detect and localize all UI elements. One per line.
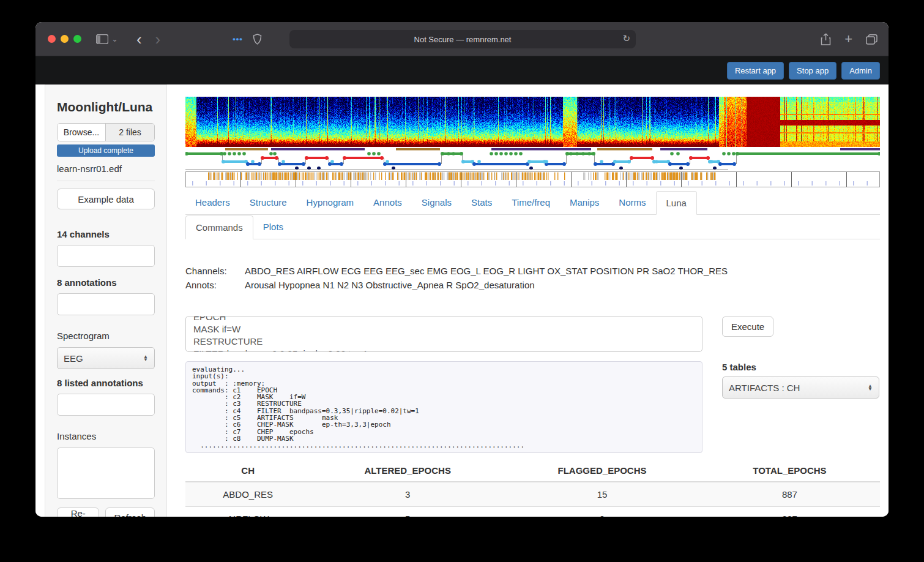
file-count-label: 2 files <box>106 124 154 141</box>
cell-altered: 3 <box>310 482 505 507</box>
console-output-box: evaluating... input(s): output : :memory… <box>185 361 702 453</box>
cell-flagged: 15 <box>505 482 699 507</box>
channels-filter-input[interactable] <box>57 245 155 267</box>
table-row: ABDO_RES 3 15 887 <box>185 482 880 507</box>
browser-toolbar: ⌄ ‹ › ••• Not Secure — remnrem.net ↻ + <box>35 22 889 56</box>
zoom-window-icon[interactable] <box>73 35 81 43</box>
app-header: Restart app Stop app Admin <box>35 56 889 84</box>
re-epoch-button[interactable]: Re-epoch <box>57 508 99 517</box>
admin-button[interactable]: Admin <box>841 62 880 80</box>
browse-button[interactable]: Browse... <box>58 124 106 141</box>
cell-ch: AIRFLOW <box>185 507 310 517</box>
cell-flagged: 0 <box>505 507 699 517</box>
console-output-text: evaluating... input(s): output : :memory… <box>192 366 696 449</box>
spectrogram-canvas[interactable] <box>185 97 880 147</box>
annotations-count-label: 8 annotations <box>57 277 155 288</box>
tab-headers[interactable]: Headers <box>185 191 240 214</box>
example-data-button[interactable]: Example data <box>57 189 155 209</box>
spectrogram-label: Spectrogram <box>57 331 155 341</box>
toolbar-right-icons: + <box>821 22 877 56</box>
listed-annotations-input[interactable] <box>57 394 155 416</box>
share-icon[interactable] <box>821 33 831 45</box>
cell-ch: ABDO_RES <box>185 482 310 507</box>
url-text: Not Secure — remnrem.net <box>414 35 512 44</box>
channels-row-value: ABDO_RES AIRFLOW ECG EEG EEG_sec EMG EOG… <box>245 266 728 276</box>
instances-textarea[interactable] <box>57 448 155 499</box>
tab-luna[interactable]: Luna <box>656 191 697 215</box>
cell-altered: 5 <box>310 507 505 517</box>
execute-button[interactable]: Execute <box>722 317 773 337</box>
reload-icon[interactable]: ↻ <box>622 33 630 44</box>
close-window-icon[interactable] <box>48 35 56 43</box>
spectrogram-select[interactable]: EEG ▲▼ <box>57 347 155 369</box>
chevron-down-icon[interactable]: ⌄ <box>111 34 118 43</box>
col-header-ch: CH <box>185 460 310 482</box>
browser-window: ⌄ ‹ › ••• Not Secure — remnrem.net ↻ + R… <box>35 22 889 517</box>
select-stepper-icon: ▲▼ <box>143 355 148 361</box>
back-icon[interactable]: ‹ <box>136 31 142 47</box>
table-row: AIRFLOW 5 0 887 <box>185 507 880 517</box>
dataset-info: Channels: ABDO_RES AIRFLOW ECG EEG EEG_s… <box>185 266 728 294</box>
command-editor-text: EPOCH MASK if=W RESTRUCTURE FILTER bandp… <box>186 316 702 352</box>
subtab-plots[interactable]: Plots <box>253 215 293 239</box>
main-content: Headers Structure Hypnogram Annots Signa… <box>167 84 889 517</box>
cell-total: 887 <box>699 507 880 517</box>
tab-norms[interactable]: Norms <box>609 191 655 214</box>
sidebar-divider <box>57 181 155 181</box>
cell-total: 887 <box>699 482 880 507</box>
luna-subtabs: Commands Plots <box>185 215 880 239</box>
annots-row: Annots: Arousal Hypopnea N1 N2 N3 Obstru… <box>185 280 728 290</box>
sidebar: Moonlight/Luna Browse... 2 files Upload … <box>45 84 167 517</box>
annotations-filter-input[interactable] <box>57 293 155 315</box>
shield-icon[interactable] <box>253 34 262 45</box>
channels-row: Channels: ABDO_RES AIRFLOW ECG EEG EEG_s… <box>185 266 728 276</box>
tab-annots[interactable]: Annots <box>363 191 412 214</box>
refresh-button[interactable]: Refresh <box>105 508 155 517</box>
select-stepper-icon: ▲▼ <box>868 384 873 391</box>
spectrogram-select-value: EEG <box>64 353 83 364</box>
new-tab-icon[interactable]: + <box>844 31 852 47</box>
tab-timefreq[interactable]: Time/freq <box>502 191 560 214</box>
stop-app-button[interactable]: Stop app <box>789 62 836 80</box>
annots-row-value: Arousal Hypopnea N1 N2 N3 Obstructive_Ap… <box>245 280 535 290</box>
listed-annotations-label: 8 listed annotations <box>57 378 155 388</box>
tables-count-label: 5 tables <box>722 362 756 372</box>
minimize-window-icon[interactable] <box>61 35 69 43</box>
hypnogram-overview-canvas[interactable] <box>185 148 880 189</box>
main-tabs: Headers Structure Hypnogram Annots Signa… <box>185 191 880 215</box>
col-header-altered: ALTERED_EPOCHS <box>310 460 505 482</box>
overview-plot[interactable] <box>185 97 880 189</box>
forward-icon[interactable]: › <box>155 31 161 47</box>
tab-structure[interactable]: Structure <box>240 191 297 214</box>
col-header-total: TOTAL_EPOCHS <box>699 460 880 482</box>
annots-row-label: Annots: <box>185 280 245 290</box>
table-select[interactable]: ARTIFACTS : CH ▲▼ <box>722 377 879 399</box>
instances-label: Instances <box>57 431 155 441</box>
table-select-value: ARTIFACTS : CH <box>729 383 800 393</box>
channels-row-label: Channels: <box>185 266 245 276</box>
table-header-row: CH ALTERED_EPOCHS FLAGGED_EPOCHS TOTAL_E… <box>185 460 880 482</box>
traffic-lights <box>48 35 81 43</box>
tab-manips[interactable]: Manips <box>560 191 609 214</box>
col-header-flagged: FLAGGED_EPOCHS <box>505 460 699 482</box>
app-title: Moonlight/Luna <box>57 100 155 114</box>
restart-app-button[interactable]: Restart app <box>727 62 784 80</box>
command-editor[interactable]: EPOCH MASK if=W RESTRUCTURE FILTER bandp… <box>185 316 702 352</box>
uploaded-file-name: learn-nsrr01.edf <box>57 163 155 174</box>
subtab-commands[interactable]: Commands <box>185 215 253 239</box>
tab-overview-icon[interactable] <box>866 34 877 45</box>
tab-signals[interactable]: Signals <box>412 191 461 214</box>
upload-progress-bar: Upload complete <box>57 144 155 157</box>
tab-stats[interactable]: Stats <box>461 191 502 214</box>
file-input[interactable]: Browse... 2 files <box>57 123 155 141</box>
sidebar-toggle-icon[interactable] <box>96 34 108 44</box>
channels-count-label: 14 channels <box>57 229 155 239</box>
results-table: CH ALTERED_EPOCHS FLAGGED_EPOCHS TOTAL_E… <box>185 460 880 517</box>
url-field[interactable]: Not Secure — remnrem.net ↻ <box>289 30 636 48</box>
tab-group-icon[interactable]: ••• <box>233 34 243 43</box>
app-body: Moonlight/Luna Browse... 2 files Upload … <box>35 84 889 517</box>
tab-hypnogram[interactable]: Hypnogram <box>297 191 364 214</box>
